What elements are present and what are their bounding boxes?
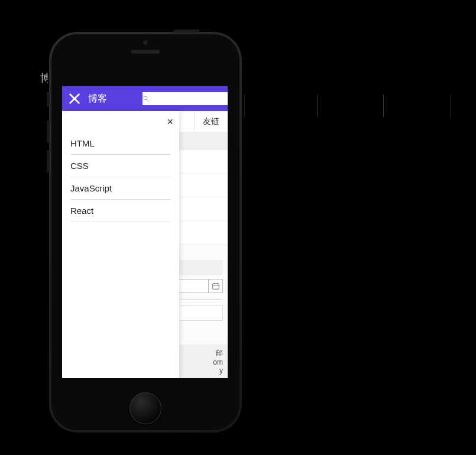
panel-close-icon[interactable]: ×	[167, 116, 173, 127]
app-title: 博客	[88, 93, 107, 105]
panel-menu-item-html[interactable]: HTML	[70, 132, 171, 155]
panel-menu-item-javascript[interactable]: JavaScript	[70, 177, 171, 200]
background-divider	[383, 95, 384, 117]
search-box[interactable]	[143, 92, 222, 105]
phone-frame: 博客 友链	[49, 32, 242, 433]
svg-rect-2	[212, 284, 219, 289]
app-topbar: 博客	[62, 86, 228, 111]
phone-power-button	[173, 30, 199, 32]
calendar-icon[interactable]	[208, 280, 222, 292]
phone-front-camera	[143, 40, 148, 45]
background-divider	[317, 95, 318, 117]
panel-close-row: ×	[62, 111, 179, 132]
search-input[interactable]	[150, 92, 228, 105]
search-icon	[143, 95, 150, 102]
background-divider	[451, 95, 451, 117]
panel-menu-item-css[interactable]: CSS	[70, 155, 171, 177]
app-content: 友链	[62, 111, 228, 378]
phone-volume-up	[47, 121, 50, 143]
side-panel: × HTML CSS JavaScript React	[62, 111, 179, 378]
background-divider	[244, 95, 245, 117]
panel-menu: HTML CSS JavaScript React	[62, 132, 179, 222]
svg-line-1	[147, 100, 149, 102]
nav-item-friends-links[interactable]: 友链	[194, 111, 228, 132]
phone-mute-switch	[47, 92, 50, 106]
panel-menu-item-react[interactable]: React	[70, 200, 171, 222]
phone-earpiece	[131, 50, 160, 54]
phone-screen: 博客 友链	[62, 86, 228, 378]
phone-home-button[interactable]	[129, 392, 161, 424]
svg-point-0	[144, 96, 147, 100]
phone-volume-down	[47, 150, 50, 173]
close-icon[interactable]	[68, 92, 81, 105]
